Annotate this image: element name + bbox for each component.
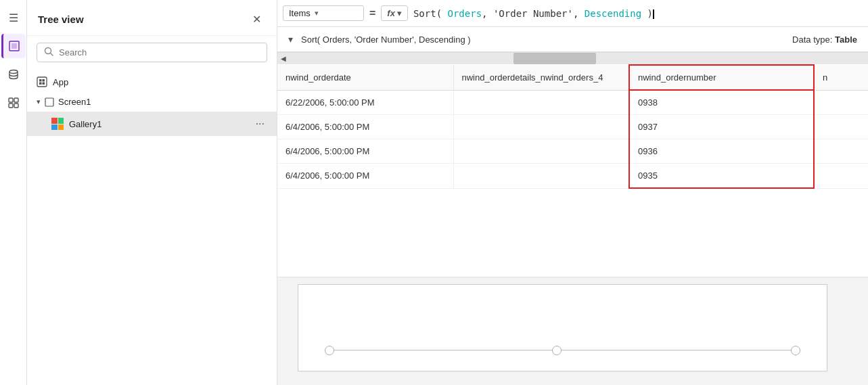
cell-ordernumber-2: 0937 (629, 115, 814, 139)
canvas-area (277, 277, 868, 385)
app-icon (37, 76, 47, 87)
svg-rect-5 (9, 104, 13, 108)
cell-orderdate-1: 6/22/2006, 5:00:00 PM (277, 90, 453, 115)
table-row: 6/4/2006, 5:00:00 PM 0936 (277, 139, 868, 164)
cell-extra-2 (814, 115, 868, 139)
col-header-orderdetails: nwind_orderdetails_nwind_orders_4 (453, 65, 629, 90)
horizontal-scrollbar[interactable]: ◀ (277, 52, 868, 64)
tree-items: App ▾ Screen1 Gallery1 ··· (27, 69, 277, 385)
scroll-left-arrow[interactable]: ◀ (277, 53, 290, 64)
table-header-row: nwind_orderdate nwind_orderdetails_nwind… (277, 65, 868, 90)
icon-bar: ☰ (0, 0, 27, 385)
cell-orderdate-4: 6/4/2006, 5:00:00 PM (277, 164, 453, 189)
fx-label: fx (387, 8, 395, 18)
canvas-inner[interactable] (298, 284, 827, 371)
col-header-ordernumber: nwind_ordernumber (629, 65, 814, 90)
handle-left[interactable] (325, 346, 334, 355)
screen-icon (45, 97, 54, 107)
chevron-down-icon: ▾ (37, 97, 41, 106)
col-header-orderdate: nwind_orderdate (277, 65, 453, 90)
gallery-icon (51, 118, 64, 130)
components-icon[interactable] (1, 91, 26, 115)
cell-extra-1 (814, 90, 868, 115)
tree-header: Tree view ✕ (27, 0, 277, 36)
cell-orderdate-2: 6/4/2006, 5:00:00 PM (277, 115, 453, 139)
tree-title: Tree view (38, 14, 84, 25)
cell-ordernumber-1: 0938 (629, 90, 814, 115)
scroll-thumb[interactable] (513, 53, 596, 64)
data-preview: ▾ Sort( Orders, 'Order Number', Descendi… (277, 27, 868, 385)
main-area: Items ▾ = fx ▾ Sort( Orders, 'Order Numb… (277, 0, 868, 385)
cell-extra-4 (814, 164, 868, 189)
handle-right[interactable] (791, 346, 800, 355)
svg-rect-10 (39, 79, 42, 82)
tree-item-screen1[interactable]: ▾ Screen1 (27, 92, 277, 112)
handle-center[interactable] (552, 346, 562, 355)
formula-input-display[interactable]: Sort( Orders, 'Order Number', Descending… (408, 8, 863, 19)
handle-line (325, 350, 800, 350)
tree-item-app[interactable]: App (27, 72, 277, 92)
table-row: 6/22/2006, 5:00:00 PM 0938 (277, 90, 868, 115)
svg-rect-3 (9, 98, 13, 102)
table-row: 6/4/2006, 5:00:00 PM 0935 (277, 164, 868, 189)
svg-line-8 (51, 53, 53, 56)
property-selector-label: Items (289, 8, 311, 18)
table-container: ◀ nwind_orderdate nwind_orderdetails_nwi… (277, 52, 868, 277)
tree-close-button[interactable]: ✕ (247, 9, 266, 28)
search-input[interactable] (59, 47, 260, 58)
preview-header: ▾ Sort( Orders, 'Order Number', Descendi… (277, 27, 868, 52)
svg-rect-1 (12, 43, 17, 49)
equals-sign: = (364, 7, 381, 20)
layers-icon[interactable] (1, 34, 26, 58)
app-label: App (53, 77, 68, 87)
hamburger-icon[interactable]: ☰ (1, 5, 26, 30)
fx-chevron: ▾ (397, 8, 402, 18)
svg-rect-12 (39, 83, 42, 85)
svg-rect-4 (14, 98, 18, 102)
collapse-icon[interactable]: ▾ (288, 34, 293, 45)
cell-orderdetails-1 (453, 90, 629, 115)
svg-point-2 (9, 70, 18, 74)
database-icon[interactable] (1, 62, 26, 87)
search-icon (44, 47, 53, 58)
svg-rect-9 (37, 77, 47, 87)
tree-search-container (37, 43, 267, 62)
svg-rect-13 (43, 83, 45, 85)
tree-panel: Tree view ✕ App ▾ (27, 0, 277, 385)
gallery-more-button[interactable]: ··· (253, 116, 267, 131)
data-table: nwind_orderdate nwind_orderdetails_nwind… (277, 64, 868, 189)
datatype-value: Table (835, 35, 857, 45)
table-row: 6/4/2006, 5:00:00 PM 0937 (277, 115, 868, 139)
screen1-label: Screen1 (58, 97, 91, 107)
formula-bar: Items ▾ = fx ▾ Sort( Orders, 'Order Numb… (277, 0, 868, 27)
svg-rect-11 (43, 79, 45, 82)
cell-orderdetails-3 (453, 139, 629, 164)
gallery1-label: Gallery1 (69, 119, 101, 129)
fx-button[interactable]: fx ▾ (381, 5, 408, 21)
preview-formula-text: Sort( Orders, 'Order Number', Descending… (301, 35, 471, 45)
property-selector-chevron: ▾ (315, 9, 319, 18)
col-header-extra: n (814, 65, 868, 90)
svg-rect-6 (14, 104, 18, 108)
svg-rect-14 (45, 98, 53, 106)
cell-orderdetails-2 (453, 115, 629, 139)
cell-orderdetails-4 (453, 164, 629, 189)
preview-datatype: Data type: Table (792, 35, 857, 45)
tree-item-gallery1[interactable]: Gallery1 ··· (27, 112, 277, 136)
cell-orderdate-3: 6/4/2006, 5:00:00 PM (277, 139, 453, 164)
cell-ordernumber-4: 0935 (629, 164, 814, 189)
property-selector[interactable]: Items ▾ (283, 5, 364, 21)
cell-extra-3 (814, 139, 868, 164)
cell-ordernumber-3: 0936 (629, 139, 814, 164)
